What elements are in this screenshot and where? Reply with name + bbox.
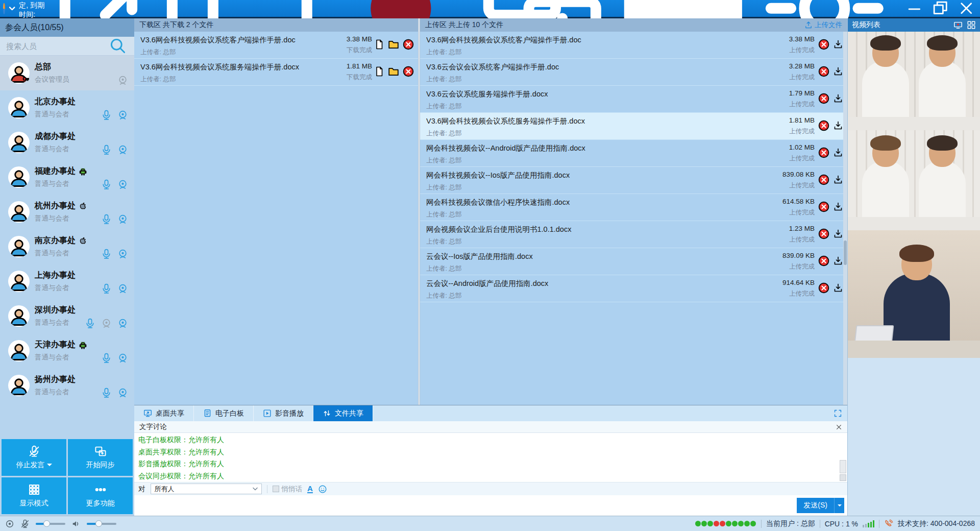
recipient-select[interactable]: 所有人 (151, 484, 262, 494)
microphone-icon[interactable] (101, 179, 112, 190)
video-thumbnail-3[interactable] (848, 230, 980, 358)
download-file-icon[interactable] (833, 120, 843, 131)
participant-row[interactable]: 扬州办事处 普通与会者 (0, 368, 134, 403)
close-icon[interactable] (958, 0, 975, 17)
download-file-icon[interactable] (833, 93, 843, 104)
tab-whiteboard[interactable]: 电子白板 (194, 405, 254, 421)
microphone-icon[interactable] (101, 110, 112, 120)
message-input[interactable]: 发送(S) (134, 495, 847, 516)
delete-file-icon[interactable] (818, 174, 829, 185)
delete-file-icon[interactable] (818, 255, 829, 267)
open-folder-icon[interactable] (388, 66, 399, 77)
emoji-icon[interactable] (318, 485, 327, 494)
participant-row[interactable]: 南京办事处 普通与会者 (0, 229, 134, 264)
webcam-icon[interactable] (117, 110, 128, 120)
delete-file-icon[interactable] (818, 120, 829, 131)
participant-row[interactable]: 杭州办事处 普通与会者 (0, 195, 134, 229)
webcam-icon[interactable] (117, 388, 128, 398)
download-file-icon[interactable] (833, 66, 843, 77)
delete-file-icon[interactable] (818, 93, 829, 104)
mic-muted-icon[interactable] (20, 519, 30, 528)
microphone-icon[interactable] (101, 249, 112, 259)
download-file-icon[interactable] (833, 202, 843, 212)
minimize-icon[interactable] (906, 0, 923, 17)
webcam-disabled-icon[interactable] (117, 75, 128, 86)
speaker-icon[interactable] (71, 519, 81, 528)
target-icon[interactable] (5, 519, 14, 528)
more-functions-button[interactable]: 更多功能 (68, 477, 133, 514)
participant-row[interactable]: 深圳办事处 普通与会者 (0, 299, 134, 333)
chat-scrollbar[interactable] (840, 434, 846, 481)
scroll-down-button[interactable] (840, 474, 846, 481)
microphone-icon[interactable] (101, 353, 112, 364)
microphone-icon[interactable] (101, 144, 112, 155)
webcam-icon[interactable] (117, 214, 128, 225)
expand-icon[interactable] (834, 409, 842, 418)
download-file-icon[interactable] (833, 256, 843, 266)
delete-file-icon[interactable] (818, 147, 829, 158)
scrollbar-thumb[interactable] (844, 240, 847, 265)
stop-speaking-button[interactable]: 停止发言 (2, 439, 66, 476)
upload-file-row[interactable]: V3.6网会科技视频会议系统服务端操作手册.docx 上传者: 总部 1.81 … (420, 113, 847, 140)
microphone-icon[interactable] (101, 214, 112, 225)
delete-file-icon[interactable] (818, 282, 829, 294)
speaker-volume-slider[interactable] (87, 523, 116, 525)
search-input[interactable] (6, 42, 108, 51)
start-sync-button[interactable]: 开始同步 (68, 439, 133, 476)
upload-file-row[interactable]: V3.6网会科技视频会议系统客户端操作手册.doc 上传者: 总部 3.38 M… (420, 32, 847, 59)
delete-file-icon[interactable] (403, 39, 414, 50)
webcam-icon[interactable] (117, 283, 128, 294)
microphone-icon[interactable] (101, 283, 112, 294)
open-file-icon[interactable] (374, 66, 384, 77)
webcam-icon[interactable] (117, 318, 128, 329)
download-file-icon[interactable] (833, 175, 843, 185)
participant-row[interactable]: 成都办事处 普通与会者 (0, 125, 134, 160)
video-thumbnail-2[interactable] (848, 130, 980, 230)
delete-file-icon[interactable] (818, 201, 829, 212)
microphone-icon[interactable] (85, 318, 95, 329)
microphone-icon[interactable] (101, 388, 112, 398)
chat-close-icon[interactable] (836, 424, 842, 430)
tab-desktop-share[interactable]: 桌面共享 (134, 405, 194, 421)
video-thumbnail-1[interactable] (848, 32, 980, 130)
download-file-row[interactable]: V3.6网会科技视频会议系统客户端操作手册.doc 上传者: 总部 3.38 M… (134, 32, 418, 59)
upload-file-row[interactable]: 云会议--Ios版产品使用指南.docx 上传者: 总部 839.09 KB 上… (420, 248, 847, 275)
send-button[interactable]: 发送(S) (797, 498, 834, 513)
upload-file-row[interactable]: V3.6云会议系统服务端操作手册.docx 上传者: 总部 1.79 MB 上传… (420, 86, 847, 113)
scrollbar-thumb[interactable] (840, 460, 846, 473)
webcam-icon[interactable] (117, 179, 128, 190)
mic-volume-slider[interactable] (36, 523, 65, 525)
webcam-icon[interactable] (117, 249, 128, 259)
participant-row[interactable]: 总部 会议管理员 (0, 56, 134, 90)
webcam-icon[interactable] (117, 353, 128, 364)
participant-row[interactable]: 福建办事处 普通与会者 (0, 160, 134, 195)
download-file-row[interactable]: V3.6网会科技视频会议系统服务端操作手册.docx 上传者: 总部 1.81 … (134, 59, 418, 86)
upload-scrollbar[interactable] (843, 32, 847, 405)
restore-icon[interactable] (932, 0, 949, 17)
video-layout-icon[interactable] (967, 20, 976, 30)
delete-file-icon[interactable] (818, 39, 829, 50)
upload-file-row[interactable]: 网会视频会议企业后台使用说明书1.0.1.docx 上传者: 总部 1.23 M… (420, 221, 847, 248)
download-file-icon[interactable] (833, 283, 843, 293)
video-capture-icon[interactable] (953, 20, 963, 30)
font-style-icon[interactable]: A (307, 485, 313, 493)
upload-file-row[interactable]: 网会科技视频会议--Android版产品使用指南.docx 上传者: 总部 1.… (420, 140, 847, 167)
participant-row[interactable]: 上海办事处 普通与会者 (0, 264, 134, 299)
app-menu-chevron-icon[interactable] (8, 5, 16, 12)
tab-file-share[interactable]: 文件共享 (313, 405, 373, 421)
dropdown-caret-icon[interactable] (47, 464, 52, 469)
download-file-icon[interactable] (833, 148, 843, 158)
participant-row[interactable]: 天津办事处 普通与会者 (0, 333, 134, 368)
open-folder-icon[interactable] (388, 39, 399, 50)
tab-media-play[interactable]: 影音播放 (254, 405, 313, 421)
search-icon[interactable] (108, 37, 128, 55)
delete-file-icon[interactable] (818, 228, 829, 239)
upload-file-row[interactable]: V3.6云会议会议系统客户端操作手册.doc 上传者: 总部 3.28 MB 上… (420, 59, 847, 86)
delete-file-icon[interactable] (818, 66, 829, 77)
download-file-icon[interactable] (833, 229, 843, 239)
delete-file-icon[interactable] (403, 66, 414, 77)
upload-file-row[interactable]: 云会议--Android版产品使用指南.docx 上传者: 总部 914.64 … (420, 275, 847, 302)
webcam-icon[interactable] (117, 144, 128, 155)
display-mode-button[interactable]: 显示模式 (2, 477, 66, 514)
upload-file-row[interactable]: 网会科技视频会议微信小程序快速指南.docx 上传者: 总部 614.58 KB… (420, 194, 847, 221)
